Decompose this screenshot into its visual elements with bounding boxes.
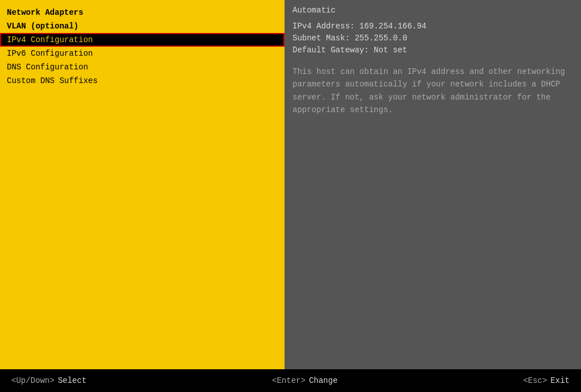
change-action: Change [309, 376, 337, 385]
select-action: Select [58, 376, 86, 385]
main-area: Network Adapters VLAN (optional) IPv4 Co… [0, 0, 581, 369]
description-text: This host can obtain an IPv4 address and… [292, 65, 573, 117]
exit-action: Exit [550, 376, 570, 385]
enter-key: <Enter> [272, 376, 306, 385]
default-gateway-line: Default Gateway: Not set [292, 44, 573, 56]
menu-item-dns[interactable]: DNS Configuration [0, 60, 285, 74]
menu-item-ipv6[interactable]: IPv6 Configuration [0, 47, 285, 60]
bottom-nav-hint: <Up/Down> Select [11, 376, 86, 385]
bottom-esc-hint: <Esc> Exit [523, 376, 570, 385]
bottom-enter-hint: <Enter> Change [272, 376, 337, 385]
vlan-header: VLAN (optional) [0, 19, 285, 33]
right-panel: Automatic IPv4 Address: 169.254.166.94 S… [285, 0, 581, 369]
screen: Network Adapters VLAN (optional) IPv4 Co… [0, 0, 581, 392]
network-adapters-header: Network Adapters [0, 6, 285, 19]
esc-key: <Esc> [523, 376, 547, 385]
menu-item-ipv4[interactable]: IPv4 Configuration [0, 33, 285, 47]
bottom-bar: <Up/Down> Select <Enter> Change <Esc> Ex… [0, 369, 581, 392]
info-block: IPv4 Address: 169.254.166.94 Subnet Mask… [292, 20, 573, 56]
status-title: Automatic [292, 6, 573, 15]
left-panel: Network Adapters VLAN (optional) IPv4 Co… [0, 0, 285, 369]
updown-key: <Up/Down> [11, 376, 55, 385]
ipv4-address-line: IPv4 Address: 169.254.166.94 [292, 20, 573, 32]
menu-item-custom-dns[interactable]: Custom DNS Suffixes [0, 74, 285, 88]
subnet-mask-line: Subnet Mask: 255.255.0.0 [292, 32, 573, 44]
